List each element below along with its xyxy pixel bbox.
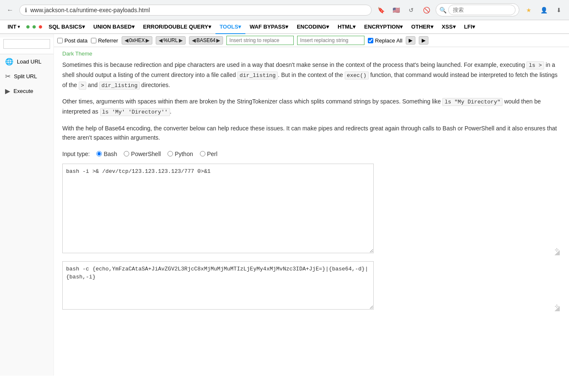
browser-actions: 🔖 🇺🇸 ↺ 🚫 🔍 ★ 👤 ⬇ [375,3,565,16]
green-indicator2: ● [32,22,37,31]
code-ls-mydir: ls "My Directory" [442,98,503,106]
replace-all-checkbox[interactable] [368,38,373,43]
paragraph-1: Sometimes this is because redirection an… [62,60,561,90]
insert-replace-input[interactable] [226,36,294,45]
stop-button[interactable]: 🚫 [420,4,432,16]
bookmark-manager-button[interactable]: 🔖 [375,4,387,16]
execute-icon: ▶ [5,87,10,95]
hex-encode-btn[interactable]: ◀ 0xHEX ▶ [122,36,152,45]
main-nav: INT ▾ ● ● ● SQL BASICS▾ UNION BASED▾ ERR… [0,20,569,34]
download-button[interactable]: ⬇ [553,4,565,16]
split-url-icon: ✂ [5,72,11,80]
base64-right-arrow: ▶ [216,37,220,43]
content-text: Sometimes this is because redirection an… [62,60,561,312]
nav-sql-basics[interactable]: SQL BASICS▾ [45,20,89,34]
base64-encode-btn[interactable]: ◀ BASE64 ▶ [189,36,223,45]
post-data-checkbox-label[interactable]: Post data [57,37,88,44]
replace-extra-btn[interactable]: ▶ [419,36,428,45]
base64-left-arrow: ◀ [192,37,196,43]
search-icon: 🔍 [439,7,447,13]
url-left-arrow: ◀ [159,37,162,43]
back-button[interactable]: ← [4,4,16,16]
green-indicator: ● [26,22,30,31]
nav-other[interactable]: OTHER▾ [407,20,438,34]
nav-encryption[interactable]: ENCRYPTION▾ [360,20,407,34]
red-indicator: ● [38,22,43,31]
info-icon: ℹ [25,7,27,13]
replace-extra-arrow: ▶ [422,37,425,43]
app-body: 🌐 Load URL ✂ Split URL ▶ Execute Post da… [0,34,569,376]
powershell-radio[interactable] [124,151,129,156]
content-area: Dark Theme Sometimes this is because red… [54,47,569,376]
code-input-textarea[interactable] [62,164,374,253]
bash-radio-label[interactable]: Bash [96,149,117,159]
dark-theme-link[interactable]: Dark Theme [62,50,561,57]
resize-handle2[interactable] [555,306,560,311]
nav-int[interactable]: INT ▾ [3,20,24,34]
resize-handle[interactable] [555,250,560,255]
code-dirlisting: dir_listing [237,72,278,79]
nav-error-double[interactable]: ERROR/DOUBLE QUERY▾ [139,20,215,34]
nav-xss[interactable]: XSS▾ [438,20,460,34]
code-dirlisting2: dir_listing [99,82,140,90]
browser-titlebar: ← ℹ 🔖 🇺🇸 ↺ 🚫 🔍 ★ 👤 ⬇ [0,0,569,20]
referrer-checkbox[interactable] [91,38,96,43]
replace-execute-btn[interactable]: ▶ [406,36,415,45]
python-radio-label[interactable]: Python [168,149,193,159]
hex-right-arrow: ▶ [146,37,149,43]
main-panel: Post data Referrer ◀ 0xHEX ▶ ◀ %URL ▶ ◀ … [54,34,569,376]
nav-html[interactable]: HTML▾ [333,20,360,34]
bash-radio[interactable] [96,151,102,156]
nav-tools[interactable]: TOOLS▾ [215,20,246,34]
input-type-row: Input type: Bash PowerShell Python [62,149,561,159]
code-ls: ls > [526,61,544,69]
sidebar-item-execute[interactable]: ▶ Execute [0,84,53,98]
paragraph-3: With the help of Base64 encoding, the co… [62,124,561,143]
hex-left-arrow: ◀ [125,37,128,43]
replace-arrow: ▶ [409,37,412,43]
powershell-radio-label[interactable]: PowerShell [124,149,161,159]
nav-lfi[interactable]: LFI▾ [460,20,480,34]
url-input-area [0,37,53,54]
replace-all-checkbox-label[interactable]: Replace All [368,37,402,44]
url-encode-btn[interactable]: ◀ %URL ▶ [156,36,186,45]
flag-button[interactable]: 🇺🇸 [390,4,402,16]
perl-radio-label[interactable]: Perl [200,149,218,159]
sidebar-item-load-url[interactable]: 🌐 Load URL [0,54,53,69]
url-right-arrow: ▶ [179,37,183,43]
address-bar[interactable]: ℹ [19,5,372,16]
star-button[interactable]: ★ [523,4,534,16]
code-gt: > [79,82,86,90]
code-output-textarea[interactable] [62,261,374,310]
sidebar: 🌐 Load URL ✂ Split URL ▶ Execute [0,34,54,376]
search-input[interactable] [448,5,516,15]
paragraph-2: Other times, arguments with spaces withi… [62,97,561,117]
code-ls-split: ls 'My' 'Directory'' [100,108,170,116]
referrer-checkbox-label[interactable]: Referrer [91,37,118,44]
python-radio[interactable] [168,151,173,156]
nav-union-based[interactable]: UNION BASED▾ [89,20,139,34]
code-output-container [62,261,561,313]
perl-radio[interactable] [200,151,205,156]
reload-button[interactable]: ↺ [405,4,417,16]
post-data-checkbox[interactable] [57,38,63,43]
nav-waf-bypass[interactable]: WAF BYPASS▾ [245,20,292,34]
sidebar-item-split-url[interactable]: ✂ Split URL [0,69,53,84]
code-exec: exec() [345,72,369,79]
url-field[interactable] [3,39,50,49]
browser-chrome: ← ℹ 🔖 🇺🇸 ↺ 🚫 🔍 ★ 👤 ⬇ [0,0,569,20]
load-url-icon: 🌐 [5,58,13,66]
profile-button[interactable]: 👤 [538,4,550,16]
url-input[interactable] [30,7,366,13]
insert-replacing-input[interactable] [297,36,364,45]
nav-encoding[interactable]: ENCODING▾ [292,20,333,34]
toolbar-row: Post data Referrer ◀ 0xHEX ▶ ◀ %URL ▶ ◀ … [54,34,569,47]
code-input-container [62,164,561,256]
